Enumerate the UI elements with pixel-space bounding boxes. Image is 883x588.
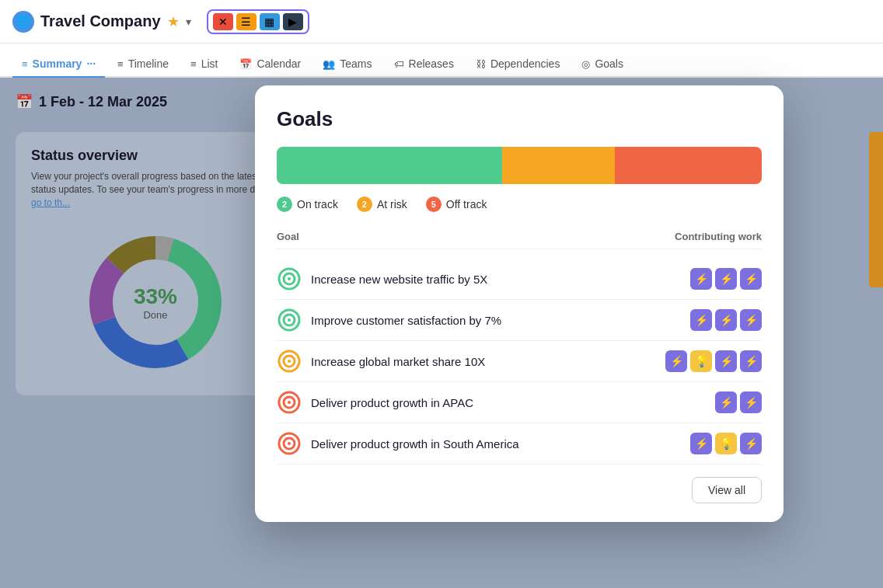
tab-goals[interactable]: ◎ Goals: [572, 51, 633, 78]
app-branding: 🌐 Travel Company ★ ▾: [12, 11, 191, 33]
at-risk-label: At risk: [377, 198, 407, 210]
goal-1-status-icon: [277, 266, 302, 291]
goal-3-name: Increase global market share 10X: [311, 355, 656, 368]
app-title: Travel Company: [40, 12, 161, 30]
contrib-icon[interactable]: ⚡: [740, 433, 762, 454]
globe-icon: 🌐: [12, 11, 34, 33]
contrib-icon[interactable]: ⚡: [690, 309, 712, 331]
modal-title: Goals: [277, 107, 762, 131]
calendar-tab-icon: 📅: [239, 58, 252, 70]
svg-point-13: [288, 360, 291, 363]
top-bar: 🌐 Travel Company ★ ▾ ✕ ☰ ▦ ▶: [0, 0, 883, 43]
teams-tab-icon: 👥: [323, 58, 335, 70]
contributing-column-header: Contributing work: [675, 231, 762, 242]
goal-5-contrib-icons: ⚡ 💡 ⚡: [690, 433, 762, 454]
status-legend: 2 On track 2 At risk 5 Off track: [277, 197, 762, 212]
contrib-icon[interactable]: ⚡: [715, 391, 737, 413]
goal-1-name: Increase new website traffic by 5X: [311, 273, 681, 286]
toolbar-icons: ✕ ☰ ▦ ▶: [207, 9, 309, 34]
toolbar-icon-blue[interactable]: ▦: [260, 13, 280, 30]
timeline-tab-icon: ≡: [117, 58, 124, 70]
goal-column-header: Goal: [277, 231, 299, 242]
goals-tab-icon: ◎: [581, 58, 590, 70]
tab-calendar[interactable]: 📅 Calendar: [230, 51, 310, 78]
tab-releases[interactable]: 🏷 Releases: [385, 51, 463, 78]
contrib-icon[interactable]: ⚡: [740, 309, 762, 331]
progress-on-track: [277, 147, 502, 184]
legend-on-track: 2 On track: [277, 197, 338, 212]
tab-summary[interactable]: ≡ Summary ···: [12, 51, 105, 78]
nav-tabs: ≡ Summary ··· ≡ Timeline ≡ List 📅 Calend…: [0, 43, 883, 78]
goal-5-name: Deliver product growth in South America: [311, 437, 681, 451]
star-icon[interactable]: ★: [167, 13, 180, 30]
on-track-label: On track: [297, 198, 338, 210]
releases-tab-icon: 🏷: [394, 58, 404, 70]
tab-list[interactable]: ≡ List: [181, 51, 227, 78]
at-risk-badge: 2: [357, 197, 372, 212]
contrib-icon[interactable]: ⚡: [715, 350, 737, 372]
goals-table-header: Goal Contributing work: [277, 231, 762, 249]
goal-row-4[interactable]: Deliver product growth in APAC ⚡ ⚡: [277, 382, 762, 423]
goal-row-1[interactable]: Increase new website traffic by 5X ⚡ ⚡ ⚡: [277, 259, 762, 300]
goal-5-status-icon: [277, 431, 302, 456]
legend-off-track: 5 Off track: [426, 197, 487, 212]
goal-row-5[interactable]: Deliver product growth in South America …: [277, 423, 762, 464]
dropdown-icon[interactable]: ▾: [186, 16, 191, 28]
contrib-icon[interactable]: ⚡: [690, 433, 712, 454]
on-track-badge: 2: [277, 197, 292, 212]
goal-2-status-icon: [277, 308, 302, 332]
goal-4-name: Deliver product growth in APAC: [311, 396, 706, 409]
contrib-icon[interactable]: ⚡: [740, 268, 762, 290]
tab-timeline[interactable]: ≡ Timeline: [108, 51, 178, 78]
goal-3-status-icon: [277, 349, 302, 374]
goals-progress-bar: [277, 147, 762, 184]
goal-2-name: Improve customer satisfaction by 7%: [311, 314, 681, 327]
list-tab-icon: ≡: [190, 58, 197, 70]
goal-4-status-icon: [277, 390, 302, 415]
contrib-icon[interactable]: ⚡: [690, 268, 712, 290]
svg-point-7: [288, 277, 291, 280]
off-track-label: Off track: [446, 198, 487, 210]
goals-modal: Goals 2 On track 2 At risk 5 Of: [255, 85, 784, 522]
svg-point-10: [288, 318, 291, 322]
off-track-badge: 5: [426, 197, 442, 212]
tab-teams[interactable]: 👥 Teams: [313, 51, 381, 78]
goal-1-contrib-icons: ⚡ ⚡ ⚡: [690, 268, 762, 290]
contrib-icon[interactable]: ⚡: [715, 309, 737, 331]
svg-point-16: [288, 401, 291, 404]
svg-point-19: [288, 442, 291, 445]
tab-dependencies[interactable]: ⛓ Dependencies: [466, 51, 570, 78]
modal-overlay: Goals 2 On track 2 At risk 5 Of: [0, 78, 883, 588]
contrib-icon[interactable]: ⚡: [740, 350, 762, 372]
goal-2-contrib-icons: ⚡ ⚡ ⚡: [690, 309, 762, 331]
toolbar-icon-red[interactable]: ✕: [213, 13, 233, 30]
view-all-wrap: View all: [277, 477, 762, 503]
toolbar-icon-yellow[interactable]: ☰: [236, 13, 257, 30]
goal-4-contrib-icons: ⚡ ⚡: [715, 391, 762, 413]
summary-tab-icon: ≡: [22, 58, 28, 70]
goal-3-contrib-icons: ⚡ 💡 ⚡ ⚡: [665, 350, 762, 372]
view-all-button[interactable]: View all: [692, 477, 762, 503]
progress-at-risk: [502, 147, 615, 184]
goal-row-2[interactable]: Improve customer satisfaction by 7% ⚡ ⚡ …: [277, 300, 762, 341]
contrib-icon-bulb[interactable]: 💡: [715, 433, 737, 454]
main-content: 📅 1 Feb - 12 Mar 2025 Status overview Vi…: [0, 78, 883, 588]
goal-row-3[interactable]: Increase global market share 10X ⚡ 💡 ⚡ ⚡: [277, 341, 762, 382]
contrib-icon-bulb[interactable]: 💡: [690, 350, 712, 372]
contrib-icon[interactable]: ⚡: [665, 350, 687, 372]
progress-off-track: [615, 147, 762, 184]
toolbar-icon-dark[interactable]: ▶: [283, 13, 303, 30]
contrib-icon[interactable]: ⚡: [740, 391, 762, 413]
legend-at-risk: 2 At risk: [357, 197, 407, 212]
dependencies-tab-icon: ⛓: [476, 58, 486, 70]
contrib-icon[interactable]: ⚡: [715, 268, 737, 290]
